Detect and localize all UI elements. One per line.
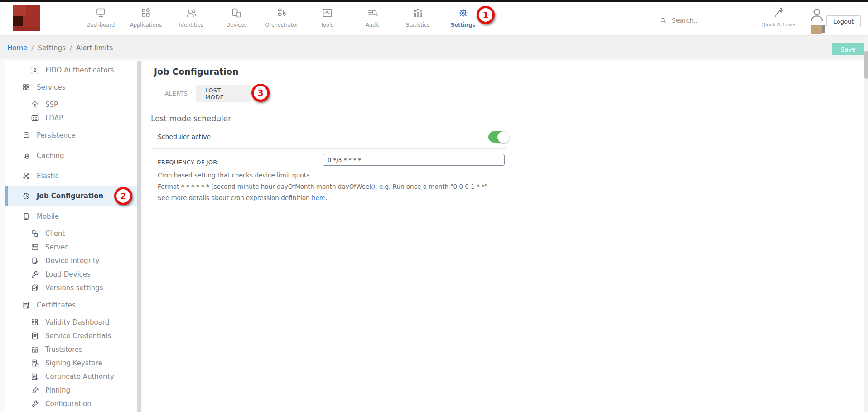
sidebar-item-label: Device Integrity	[45, 257, 100, 265]
scheduler-active-toggle[interactable]	[488, 131, 509, 143]
clock-icon	[22, 192, 31, 201]
page: DashboardApplicationsIdentitiesDevicesOr…	[0, 0, 868, 412]
sidebar-item-pinning[interactable]: Pinning	[5, 383, 137, 397]
doc-badge-icon	[22, 301, 31, 310]
sidebar-item-elastic[interactable]: Elastic	[5, 169, 137, 183]
nav-item-orchestrator[interactable]: Orchestrator	[259, 4, 304, 32]
nav-item-audit[interactable]: Audit	[350, 4, 395, 32]
sidebar-item-certificate-authority[interactable]: Certificate Authority	[5, 370, 137, 383]
phone-check-icon	[30, 256, 39, 265]
annotation-circle-2: 2	[114, 187, 132, 205]
sidebar-item-client[interactable]: Client	[5, 227, 137, 240]
nav-item-devices[interactable]: Devices	[214, 4, 259, 32]
wrench-icon	[30, 399, 39, 408]
cache-icon	[22, 151, 31, 160]
cron-help-line-3-text: See more details about cron expression d…	[158, 194, 312, 201]
nav-item-applications[interactable]: Applications	[123, 4, 169, 32]
annotation-circle-1: 1	[477, 6, 495, 24]
nav-item-label: Settings	[451, 22, 475, 28]
sidebar-item-label: Certificate Authority	[45, 373, 114, 381]
save-button[interactable]: Save	[832, 43, 864, 55]
avatar-badge	[811, 25, 822, 34]
sidebar-item-service-credentials[interactable]: Service Credentials	[5, 329, 137, 343]
cron-docs-link[interactable]: here	[312, 194, 325, 201]
page-scrollbar-track[interactable]	[864, 36, 868, 412]
nav-item-label: Applications	[130, 22, 162, 28]
logo-square-dark	[13, 16, 23, 26]
main-content-panel: Job Configuration ALERTS LOST MODE Lost …	[143, 61, 864, 412]
sidebar-item-label: Service Credentials	[45, 332, 111, 340]
sidebar-item-label: Job Configuration	[37, 192, 103, 200]
search-icon	[659, 16, 667, 24]
nav-item-identities[interactable]: Identities	[169, 4, 214, 32]
app-grid-icon	[140, 7, 152, 19]
nav-item-tools[interactable]: Tools	[304, 4, 350, 32]
app-logo[interactable]	[13, 5, 40, 31]
page-scrollbar-thumb[interactable]	[864, 51, 868, 79]
sidebar-item-ssp[interactable]: SSP	[5, 98, 137, 111]
sidebar-item-label: Caching	[37, 152, 64, 160]
logout-button[interactable]: Logout	[826, 15, 861, 27]
sidebar-item-label: Services	[37, 83, 65, 91]
quick-actions-label: Quick Actions	[762, 22, 796, 28]
sidebar-item-certificates[interactable]: Certificates	[5, 298, 137, 312]
sidebar-item-truststores[interactable]: Truststores	[5, 343, 137, 356]
cron-help-line-1: Cron based setting that checks device li…	[158, 172, 312, 179]
logo-square-bottom	[13, 26, 40, 31]
sidebar-item-server[interactable]: Server	[5, 240, 137, 254]
tab-lost-mode[interactable]: LOST MODE	[196, 85, 251, 102]
sidebar-item-fido-authenticators[interactable]: FIDO Authenticators	[5, 63, 137, 77]
sidebar-item-validity-dashboard[interactable]: Validity Dashboard	[5, 316, 137, 329]
pulse-icon	[321, 7, 333, 19]
house-person-icon	[30, 100, 39, 109]
nav-item-label: Identities	[179, 22, 203, 28]
sidebar-item-device-integrity[interactable]: Device Integrity	[5, 254, 137, 268]
flow-icon	[276, 7, 288, 19]
sidebar-item-label: Validity Dashboard	[45, 318, 109, 326]
sidebar-item-label: Signing Keystore	[45, 359, 102, 367]
magic-wand-icon	[772, 6, 784, 18]
face-scan-icon	[30, 66, 39, 75]
devices-icon	[231, 7, 243, 19]
sidebar-item-label: Pinning	[45, 386, 70, 394]
quick-actions-button[interactable]: Quick Actions	[757, 6, 800, 28]
nodes-icon	[22, 172, 31, 181]
cron-help-line-3-period: .	[325, 194, 327, 201]
nav-item-dashboard[interactable]: Dashboard	[78, 4, 123, 32]
tab-bar: ALERTS LOST MODE	[156, 85, 251, 102]
sidebar-item-mobile[interactable]: Mobile	[5, 210, 137, 223]
settings-sidebar: FIDO AuthenticatorsServicesSSPLDAPPersis…	[5, 61, 137, 412]
sidebar-item-label: Elastic	[37, 172, 59, 180]
sidebar-item-label: Server	[45, 243, 68, 251]
frequency-of-job-label: FREQUENCY OF JOB	[158, 159, 217, 166]
sidebar-item-signing-keystore[interactable]: Signing Keystore	[5, 356, 137, 370]
sidebar-scrollbar[interactable]	[137, 61, 141, 412]
sidebar-item-label: Mobile	[37, 212, 59, 220]
tab-alerts[interactable]: ALERTS	[156, 85, 196, 102]
sidebar-item-load-devices[interactable]: Load Devices	[5, 268, 137, 281]
sidebar-item-label: Persistence	[37, 131, 76, 139]
search-input[interactable]	[672, 17, 749, 24]
id-card-icon	[30, 114, 39, 123]
annotation-circle-3: 3	[251, 84, 270, 102]
breadcrumb-home-link[interactable]: Home	[7, 44, 27, 52]
sidebar-item-versions-settings[interactable]: Versions settings	[5, 281, 137, 295]
user-avatar-icon[interactable]	[808, 6, 825, 24]
sidebar-item-label: Configuration	[45, 400, 92, 408]
doc-icon	[30, 331, 39, 340]
main-nav-items: DashboardApplicationsIdentitiesDevicesOr…	[78, 4, 486, 32]
sidebar-item-ldap[interactable]: LDAP	[5, 111, 137, 125]
grid-icon	[30, 318, 39, 327]
sidebar-item-persistence[interactable]: Persistence	[5, 129, 137, 142]
sidebar-item-services[interactable]: Services	[5, 81, 137, 94]
avatar-badge-shadow	[822, 25, 825, 33]
sidebar-item-caching[interactable]: Caching	[5, 149, 137, 163]
frequency-of-job-input[interactable]	[323, 154, 505, 166]
sidebar-item-configuration[interactable]: Configuration	[5, 397, 137, 411]
nav-item-statistics[interactable]: Statistics	[395, 4, 440, 32]
top-navigation-bar: DashboardApplicationsIdentitiesDevicesOr…	[0, 2, 868, 36]
nav-item-label: Dashboard	[87, 22, 115, 28]
sidebar-item-label: Versions settings	[45, 284, 103, 292]
cron-help-line-3: See more details about cron expression d…	[158, 194, 328, 201]
database-icon	[22, 131, 31, 140]
